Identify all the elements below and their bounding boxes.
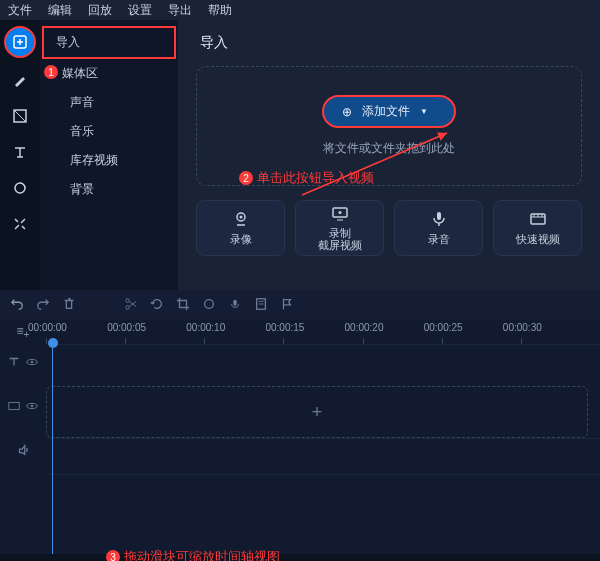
- annotation-2: 2 单击此按钮导入视频: [239, 169, 374, 187]
- rail-import-button[interactable]: [4, 26, 36, 58]
- empty-track-area: [46, 474, 600, 554]
- page-icon: [254, 297, 268, 311]
- svg-rect-12: [233, 299, 237, 305]
- capture-screen-button[interactable]: 录制截屏视频: [295, 200, 384, 256]
- undo-button[interactable]: [10, 297, 24, 314]
- title-track[interactable]: [46, 344, 600, 380]
- capture-row: 录像 录制截屏视频 录音 快速视频: [196, 200, 582, 256]
- capture-audio-button[interactable]: 录音: [394, 200, 483, 256]
- rail-effects-button[interactable]: [6, 66, 34, 94]
- rail-stickers-button[interactable]: [6, 174, 34, 202]
- tick-label: 00:00:25: [424, 322, 463, 333]
- tick-label: 00:00:05: [107, 322, 146, 333]
- redo-icon: [36, 297, 50, 311]
- svg-point-9: [126, 305, 130, 309]
- menu-help[interactable]: 帮助: [208, 2, 232, 19]
- mic-icon: [430, 210, 448, 228]
- track-header-audio[interactable]: [0, 432, 46, 468]
- sidebar-item-music[interactable]: 音乐: [40, 117, 178, 146]
- time-ruler[interactable]: 00:00:00 00:00:05 00:00:10 00:00:15 00:0…: [46, 320, 600, 344]
- cap-label: 录音: [428, 232, 450, 247]
- tick-label: 00:00:30: [503, 322, 542, 333]
- menu-file[interactable]: 文件: [8, 2, 32, 19]
- import-plus-icon: [12, 34, 28, 50]
- transition-icon: [12, 108, 28, 124]
- annotation-badge-3: 3: [106, 550, 120, 561]
- rotate-button[interactable]: [150, 297, 164, 314]
- tool-rail: [0, 20, 40, 290]
- eye-icon: [25, 355, 39, 369]
- menu-export[interactable]: 导出: [168, 2, 192, 19]
- screen-icon: [331, 205, 349, 223]
- add-file-button[interactable]: ⊕ 添加文件 ▼: [322, 95, 456, 128]
- svg-point-6: [338, 211, 341, 214]
- annotation-badge-2: 2: [239, 171, 253, 185]
- playhead[interactable]: [52, 344, 53, 554]
- status-bar: 3 拖动滑块可缩放时间轴视图 缩放: 项目长度: 00:00: [0, 554, 600, 561]
- rail-transitions-button[interactable]: [6, 102, 34, 130]
- sidebar-item-import[interactable]: 导入: [42, 26, 176, 59]
- svg-point-4: [239, 215, 242, 218]
- cap-label: 录像: [230, 232, 252, 247]
- svg-point-18: [31, 405, 34, 408]
- wand-icon: [12, 72, 28, 88]
- cap-label: 录制: [329, 227, 351, 239]
- svg-rect-7: [437, 212, 441, 220]
- delete-button[interactable]: [62, 297, 76, 314]
- rotate-icon: [150, 297, 164, 311]
- video-track[interactable]: +: [46, 386, 588, 438]
- record-button[interactable]: [228, 297, 242, 314]
- timeline-toolbar: [0, 290, 600, 320]
- trash-icon: [62, 297, 76, 311]
- svg-point-15: [31, 361, 34, 364]
- rail-titles-button[interactable]: [6, 138, 34, 166]
- sidebar-item-media[interactable]: 媒体区: [40, 59, 178, 88]
- mic-small-icon: [228, 297, 242, 311]
- chevron-down-icon: ▼: [420, 107, 428, 116]
- palette-icon: [202, 297, 216, 311]
- tick-label: 00:00:15: [265, 322, 304, 333]
- sticker-icon: [12, 180, 28, 196]
- video-track-icon: [7, 399, 21, 413]
- menu-edit[interactable]: 编辑: [48, 2, 72, 19]
- tick-label: 00:00:20: [345, 322, 384, 333]
- eye-icon: [25, 399, 39, 413]
- color-button[interactable]: [202, 297, 216, 314]
- redo-button[interactable]: [36, 297, 50, 314]
- crop-icon: [176, 297, 190, 311]
- flag-icon: [280, 297, 294, 311]
- marker-button[interactable]: [280, 297, 294, 314]
- annotation-3-text: 拖动滑块可缩放时间轴视图: [124, 548, 280, 561]
- text-track-icon: [7, 355, 21, 369]
- track-header-title[interactable]: [0, 344, 46, 380]
- menu-settings[interactable]: 设置: [128, 2, 152, 19]
- capture-quick-button[interactable]: 快速视频: [493, 200, 582, 256]
- content-title: 导入: [196, 34, 582, 52]
- sidebar: 导入 1 媒体区 声音 音乐 库存视频 背景: [40, 20, 178, 290]
- cut-button[interactable]: [124, 297, 138, 314]
- crop-button[interactable]: [176, 297, 190, 314]
- capture-webcam-button[interactable]: 录像: [196, 200, 285, 256]
- tools-icon: [12, 216, 28, 232]
- properties-button[interactable]: [254, 297, 268, 314]
- cap-sublabel: 截屏视频: [318, 239, 362, 251]
- tick-label: 00:00:00: [28, 322, 67, 333]
- annotation-3: 3 拖动滑块可缩放时间轴视图: [106, 548, 280, 561]
- audio-track-icon: [16, 443, 30, 457]
- track-header-video[interactable]: [0, 380, 46, 432]
- rail-more-button[interactable]: [6, 210, 34, 238]
- timeline: ≡+ 00:00:00 00:00:05 00:00:10 00:00:15 0…: [0, 290, 600, 554]
- text-icon: [12, 144, 28, 160]
- tracks-area: +: [0, 344, 600, 554]
- content-area: 导入 ⊕ 添加文件 ▼ 将文件或文件夹拖到此处 2 单击此按钮导入视频 录像: [178, 20, 600, 290]
- svg-point-10: [126, 298, 130, 302]
- plus-icon: ⊕: [342, 105, 352, 119]
- audio-track[interactable]: [46, 438, 600, 474]
- menu-bar: 文件 编辑 回放 设置 导出 帮助: [0, 0, 600, 20]
- drop-zone[interactable]: ⊕ 添加文件 ▼ 将文件或文件夹拖到此处 2 单击此按钮导入视频: [196, 66, 582, 186]
- sidebar-item-sounds[interactable]: 声音: [40, 88, 178, 117]
- sidebar-item-stock-video[interactable]: 库存视频: [40, 146, 178, 175]
- sidebar-item-backgrounds[interactable]: 背景: [40, 175, 178, 204]
- sidebar-item-label: 导入: [56, 35, 80, 49]
- menu-playback[interactable]: 回放: [88, 2, 112, 19]
